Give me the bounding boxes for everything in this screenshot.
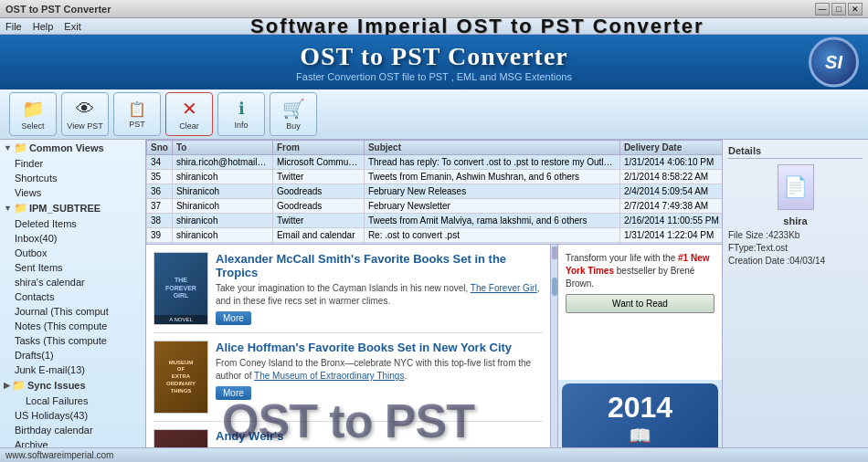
book-cover-2: MUSEUMOFEXTRAORDINARYTHINGS [153,341,208,414]
preview-area: THEFOREVERGIRL A NOVEL Alexander McCall … [146,245,722,457]
exit-menu[interactable]: Exit [64,21,80,32]
sidebar-item-sent[interactable]: Sent Items [11,260,145,275]
sidebar-item-shortcuts[interactable]: Shortcuts [11,171,145,185]
sidebar-item-inbox[interactable]: Inbox(40) [11,231,145,246]
book-cover-1: THEFOREVERGIRL A NOVEL [153,252,208,325]
col-to[interactable]: To [172,141,272,155]
sidebar-section-sync[interactable]: ▶ 📁 Sync Issues [0,377,145,394]
sidebar-item-drafts[interactable]: Drafts(1) [11,348,145,362]
book-entry-1: THEFOREVERGIRL A NOVEL Alexander McCall … [153,252,543,333]
book-entry-2: MUSEUMOFEXTRAORDINARYTHINGS Alice Hoffma… [153,341,543,422]
sidebar-item-birthday[interactable]: Birthday calendar [11,423,145,437]
ad-text: Transform your life with the #1 New York… [566,252,715,290]
sidebar-item-views[interactable]: Views [11,185,145,200]
year-book: 2014 📖 [562,383,718,454]
menu-bar: File Help Exit Software Imperial OST to … [0,18,868,35]
sidebar-item-junk[interactable]: Junk E-mail(13) [11,362,145,377]
sidebar: ▼ 📁 Common Views Finder Shortcuts Views … [0,140,146,457]
app-title: OST to PST Converter [9,42,859,71]
table-row[interactable]: 37 Shiranicoh Goodreads February Newslet… [147,199,723,214]
sidebar-item-notes[interactable]: Notes (This compute [11,319,145,333]
expand-ipm-icon: ▼ [4,204,12,213]
preview-content: THEFOREVERGIRL A NOVEL Alexander McCall … [146,245,550,457]
book-info-2: Alice Hoffman's Favorite Books Set in Ne… [216,341,543,414]
buy-button[interactable]: 🛒 Buy [270,92,317,136]
sidebar-section-common-views[interactable]: ▼ 📁 Common Views [0,140,145,156]
main-layout: ▼ 📁 Common Views Finder Shortcuts Views … [0,140,868,457]
help-menu[interactable]: Help [33,21,54,32]
app-header: OST to PST Converter Faster Convertion O… [0,35,868,89]
details-panel: Details 📄 shira File Size :4233Kb FType:… [722,140,868,457]
common-views-icon: 📁 [14,142,27,154]
table-row[interactable]: 34 shira.ricoh@hotmail.com Microsoft Com… [147,155,723,170]
sidebar-item-tasks[interactable]: Tasks (This compute [11,333,145,348]
file-menu[interactable]: File [5,21,22,32]
col-date[interactable]: Delivery Date [619,141,722,155]
right-sidebar: Transform your life with the #1 New York… [557,245,722,457]
file-name: shira [728,215,863,226]
sync-folder-icon: 📁 [12,379,26,392]
book-desc-2: From Coney Island to the Bronx—celebrate… [216,357,543,383]
preview-main: THEFOREVERGIRL A NOVEL Alexander McCall … [146,245,550,457]
email-table-container: Sno To From Subject Delivery Date 34 shi… [146,140,722,245]
sidebar-item-contacts[interactable]: Contacts [11,289,145,304]
col-sno[interactable]: Sno [147,141,173,155]
details-title: Details [728,145,863,159]
book-title-2: Alice Hoffman's Favorite Books Set in Ne… [216,341,543,354]
sidebar-item-calendar[interactable]: shira's calendar [11,275,145,289]
file-type: FType:Text.ost [728,243,863,253]
info-button[interactable]: ℹ Info [217,92,265,136]
book-icon: 📖 [569,425,711,446]
toolbar: 📁 Select 👁 View PST 📋 PST ✕ Clear ℹ Info… [0,89,868,140]
email-table: Sno To From Subject Delivery Date 34 shi… [146,140,722,245]
sidebar-item-finder[interactable]: Finder [11,156,145,171]
status-bar: www.softwareimperial.com [0,447,868,462]
status-url: www.softwareimperial.com [5,450,113,460]
creation-date: Creation Date :04/03/14 [728,256,863,266]
window-title: OST to PST Converter [5,4,111,15]
ipm-folder-icon: 📁 [14,202,27,215]
sidebar-item-journal[interactable]: Journal (This comput [11,304,145,319]
sidebar-item-outbox[interactable]: Outbox [11,246,145,260]
year-number: 2014 [569,391,711,425]
clear-button[interactable]: ✕ Clear [165,92,213,136]
buy-icon: 🛒 [282,98,305,120]
book-link-1[interactable]: The Forever Girl [471,283,537,293]
more-button-2[interactable]: More [216,386,251,400]
select-button[interactable]: 📁 Select [9,92,57,136]
table-row[interactable]: 39 shiranicoh Email and calendar Re: .os… [147,228,723,243]
sidebar-item-local-failures[interactable]: Local Failures [22,394,145,408]
pst-button[interactable]: 📋 PST [113,92,161,136]
book-title-1: Alexander McCall Smith's Favorite Books … [216,252,543,279]
banner-title: Software Imperial OST to PST Converter [250,15,704,37]
preview-scrollbar[interactable] [550,245,557,457]
select-icon: 📁 [22,98,45,120]
table-row[interactable]: 36 Shiranicoh Goodreads February New Rel… [147,184,723,199]
clear-icon: ✕ [182,98,197,120]
table-row[interactable]: 38 shiranicoh Twitter Tweets from Amit M… [147,214,723,228]
info-icon: ℹ [238,99,245,119]
minimize-button[interactable]: — [815,3,830,16]
sidebar-section-ipm[interactable]: ▼ 📁 IPM_SUBTREE [0,200,145,216]
scroll-thumb[interactable] [552,278,557,296]
want-read-button[interactable]: Want to Read [566,294,715,313]
more-button-1[interactable]: More [216,311,251,325]
view-pst-button[interactable]: 👁 View PST [61,92,109,136]
col-subject[interactable]: Subject [364,141,619,155]
col-from[interactable]: From [272,141,364,155]
sidebar-item-us-holidays[interactable]: US Holidays(43) [11,408,145,423]
maximize-button[interactable]: □ [831,3,846,16]
table-row[interactable]: 35 shiranicoh Twitter Tweets from Emanin… [147,170,723,184]
view-pst-icon: 👁 [76,99,94,120]
file-icon: 📄 [778,164,814,210]
book-info-1: Alexander McCall Smith's Favorite Books … [216,252,543,325]
book-desc-1: Take your imagination to the Cayman Isla… [216,282,543,308]
book-link-2[interactable]: The Museum of Extraordinary Things [254,371,404,381]
expand-icon: ▼ [4,143,12,152]
sidebar-item-deleted[interactable]: Deleted Items [11,216,145,231]
window-controls[interactable]: — □ ✕ [815,3,863,16]
right-ad: Transform your life with the #1 New York… [558,245,722,380]
close-button[interactable]: ✕ [848,3,863,16]
expand-sync-icon: ▶ [4,381,10,390]
file-size: File Size :4233Kb [728,230,863,240]
